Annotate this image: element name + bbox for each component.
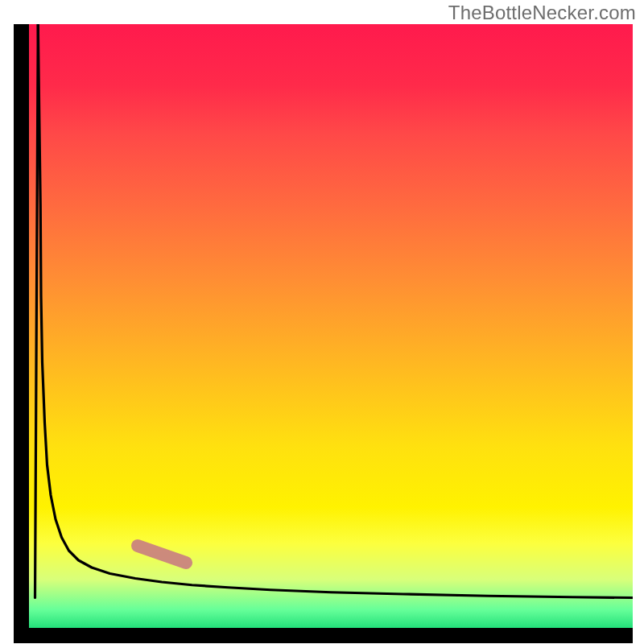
y-axis bbox=[14, 24, 29, 628]
attribution-label: TheBottleNecker.com bbox=[448, 2, 636, 24]
curve-svg bbox=[29, 24, 633, 628]
curve-start-dip bbox=[35, 24, 39, 598]
chart-frame: TheBottleNecker.com bbox=[0, 0, 644, 644]
highlight-segment bbox=[138, 546, 186, 563]
bottleneck-curve bbox=[38, 24, 633, 598]
plot-area bbox=[29, 24, 633, 628]
x-axis bbox=[14, 628, 633, 643]
